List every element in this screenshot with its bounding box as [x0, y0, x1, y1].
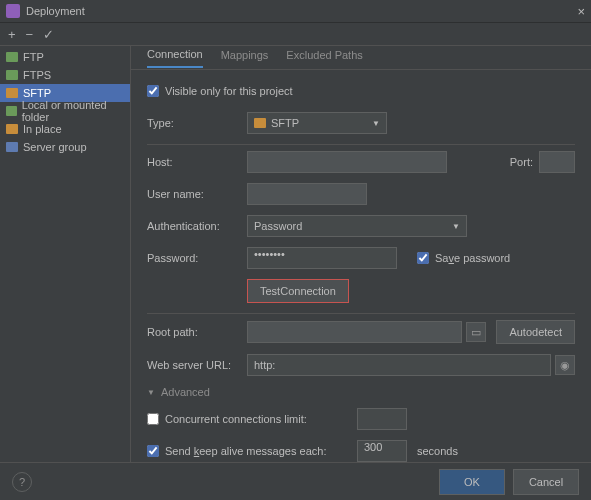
sftp-icon: [254, 118, 266, 128]
port-label: Port:: [510, 156, 533, 168]
ftps-icon: [6, 70, 18, 80]
auth-select[interactable]: Password ▼: [247, 215, 467, 237]
tab-excluded-paths[interactable]: Excluded Paths: [286, 49, 362, 67]
web-url-label: Web server URL:: [147, 359, 247, 371]
separator: [147, 144, 575, 145]
inplace-icon: [6, 124, 18, 134]
sftp-icon: [6, 88, 18, 98]
chevron-down-icon: ▼: [452, 222, 460, 231]
triangle-down-icon: ▼: [147, 388, 155, 397]
concurrent-limit-value[interactable]: [357, 408, 407, 430]
tab-connection[interactable]: Connection: [147, 48, 203, 68]
open-browser-icon[interactable]: ◉: [555, 355, 575, 375]
web-url-input[interactable]: http:: [247, 354, 551, 376]
save-password-checkbox[interactable]: Save password: [417, 252, 510, 264]
tabs: ConnectionMappingsExcluded Paths: [131, 46, 591, 70]
ok-button[interactable]: OK: [439, 469, 505, 495]
toolbar: + − ✓: [0, 23, 591, 46]
concurrent-limit-input[interactable]: [147, 413, 159, 425]
footer: ? OK Cancel: [0, 462, 591, 500]
local-icon: [6, 106, 17, 116]
sidebar-item-local-or-mounted-folder[interactable]: Local or mounted folder: [0, 102, 130, 120]
keepalive-checkbox[interactable]: Send keep alive messages each:: [147, 445, 357, 457]
add-button[interactable]: +: [8, 27, 16, 42]
visible-only-checkbox[interactable]: Visible only for this project: [147, 85, 293, 97]
save-password-label: Save password: [435, 252, 510, 264]
port-input[interactable]: [539, 151, 575, 173]
host-label: Host:: [147, 156, 247, 168]
visible-only-label: Visible only for this project: [165, 85, 293, 97]
type-select[interactable]: SFTP ▼: [247, 112, 387, 134]
type-label: Type:: [147, 117, 247, 129]
close-icon[interactable]: ×: [577, 4, 585, 19]
username-input[interactable]: [247, 183, 367, 205]
root-path-label: Root path:: [147, 326, 247, 338]
separator: [147, 313, 575, 314]
sidebar-item-server-group[interactable]: Server group: [0, 138, 130, 156]
help-button[interactable]: ?: [12, 472, 32, 492]
auth-label: Authentication:: [147, 220, 247, 232]
browse-folder-icon[interactable]: ▭: [466, 322, 486, 342]
window-title: Deployment: [26, 5, 85, 17]
chevron-down-icon: ▼: [372, 119, 380, 128]
app-icon: [6, 4, 20, 18]
sidebar: FTPFTPSSFTPLocal or mounted folderIn pla…: [0, 46, 131, 462]
seconds-label: seconds: [417, 445, 458, 457]
root-path-input[interactable]: [247, 321, 462, 343]
password-label: Password:: [147, 252, 247, 264]
test-connection-button[interactable]: Test Connection: [247, 279, 349, 303]
host-input[interactable]: [247, 151, 447, 173]
save-password-input[interactable]: [417, 252, 429, 264]
concurrent-limit-label: Concurrent connections limit:: [165, 413, 307, 425]
form-panel: Visible only for this project Type: SFTP…: [131, 70, 591, 462]
keepalive-value[interactable]: 300: [357, 440, 407, 462]
remove-button[interactable]: −: [26, 27, 34, 42]
group-icon: [6, 142, 18, 152]
password-input[interactable]: ••••••••: [247, 247, 397, 269]
keepalive-input[interactable]: [147, 445, 159, 457]
concurrent-limit-checkbox[interactable]: Concurrent connections limit:: [147, 413, 357, 425]
keepalive-label: Send keep alive messages each:: [165, 445, 326, 457]
title-bar: Deployment ×: [0, 0, 591, 23]
sidebar-item-ftp[interactable]: FTP: [0, 48, 130, 66]
visible-only-input[interactable]: [147, 85, 159, 97]
advanced-section-header[interactable]: ▼ Advanced: [147, 386, 575, 398]
sidebar-item-ftps[interactable]: FTPS: [0, 66, 130, 84]
username-label: User name:: [147, 188, 247, 200]
cancel-button[interactable]: Cancel: [513, 469, 579, 495]
ftp-icon: [6, 52, 18, 62]
autodetect-button[interactable]: Autodetect: [496, 320, 575, 344]
tab-mappings[interactable]: Mappings: [221, 49, 269, 67]
apply-button[interactable]: ✓: [43, 27, 54, 42]
